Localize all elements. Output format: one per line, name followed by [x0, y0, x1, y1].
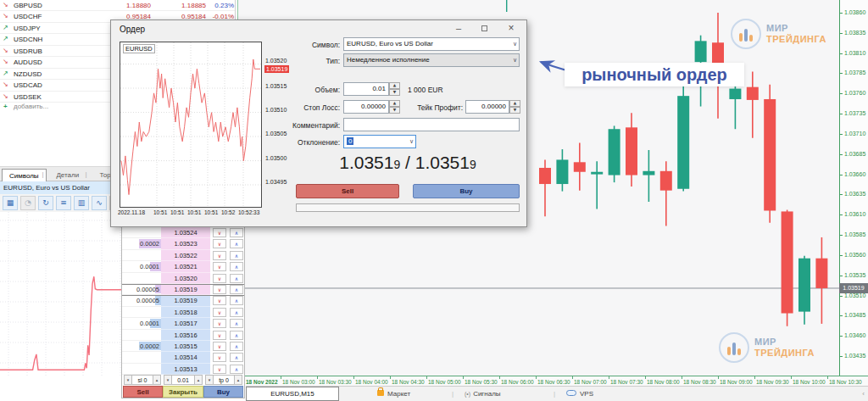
depth-of-market-icon[interactable]: ≡ — [56, 196, 71, 210]
list-item-symbol-gbpusd[interactable]: ↘GBPUSD1.188801.188850.23% — [0, 0, 235, 11]
volume-input[interactable]: 0.01 — [343, 82, 389, 96]
sell-at-price-icon[interactable]: ∨ — [213, 353, 226, 362]
sell-at-price-icon[interactable]: ∨ — [213, 308, 226, 317]
decrement-icon[interactable]: ▾ — [205, 375, 214, 385]
dom-row-1.03515[interactable]: 0.00021.03515∨∧ — [122, 341, 244, 352]
axis-tick — [499, 376, 500, 379]
buy-at-price-icon[interactable]: ∧ — [230, 228, 243, 237]
increment-icon[interactable]: ▲ — [389, 82, 400, 89]
tab-market[interactable]: Маркет — [377, 390, 410, 398]
sell-button[interactable]: Sell — [123, 386, 163, 398]
decrement-icon[interactable]: ▼ — [509, 107, 520, 114]
new-chart-icon[interactable]: ▥ — [74, 196, 89, 210]
tab-vps[interactable]: VPS — [566, 390, 593, 398]
dom-price-cell[interactable]: 1.03514 — [161, 352, 210, 363]
buy-at-price-icon[interactable]: ∧ — [230, 285, 243, 294]
volume-spinner[interactable]: ▲▼ — [389, 82, 400, 96]
close-icon[interactable]: × — [504, 23, 518, 35]
dom-price-cell[interactable]: 1.03519 — [161, 295, 210, 306]
dom-price-cell[interactable]: 1.03519 — [161, 284, 210, 295]
sell-at-price-icon[interactable]: ∨ — [213, 342, 226, 351]
dom-price-cell[interactable]: 1.03516 — [161, 330, 210, 341]
buy-at-price-icon[interactable]: ∧ — [230, 296, 243, 305]
buy-at-price-icon[interactable]: ∧ — [230, 353, 243, 362]
volume-stepper[interactable]: ▾ 0.01 ▴ — [164, 375, 203, 385]
buy-at-price-icon[interactable]: ∧ — [230, 239, 243, 248]
time-axis-label: 18 Nov 06:30 — [537, 379, 570, 385]
dom-price-cell[interactable]: 1.03517 — [161, 318, 210, 329]
sell-at-price-icon[interactable]: ∨ — [213, 319, 226, 328]
scroll-left-icon[interactable]: ‹ — [862, 390, 865, 398]
buy-at-price-icon[interactable]: ∧ — [230, 319, 243, 328]
decrement-icon[interactable]: ▾ — [164, 375, 172, 385]
price-scale-axis[interactable]: 1.038601.038351.038101.037851.037601.037… — [839, 0, 868, 376]
buy-button[interactable]: Buy — [203, 386, 243, 398]
take-profit-input[interactable]: 0.00000 — [465, 100, 509, 114]
order-type-select[interactable]: Немедленное исполнение ∨ — [343, 53, 520, 67]
dom-row-1.03519[interactable]: 0.000051.03519∨∧ — [122, 295, 244, 306]
dom-row-1.03516[interactable]: 1.03516∨∧ — [122, 330, 244, 341]
sell-at-price-icon[interactable]: ∨ — [213, 331, 226, 340]
dom-price-cell[interactable]: 1.03524 — [161, 227, 210, 238]
comment-input[interactable] — [343, 118, 520, 131]
decrement-icon[interactable]: ▾ — [124, 375, 132, 385]
take-profit-field[interactable]: tp 0 — [214, 375, 234, 385]
sell-at-price-icon[interactable]: ∨ — [213, 296, 226, 305]
buy-at-price-icon[interactable]: ∧ — [230, 308, 243, 317]
dom-row-1.03522[interactable]: 1.03522∨∧ — [122, 250, 244, 261]
dom-row-1.03521[interactable]: 0.00011.03521∨∧ — [122, 261, 244, 272]
dom-row-1.03524[interactable]: 1.03524∨∧ — [122, 227, 244, 238]
buy-at-price-icon[interactable]: ∧ — [230, 331, 243, 340]
buy-at-price-icon[interactable]: ∧ — [230, 342, 243, 351]
buy-at-price-icon[interactable]: ∧ — [230, 274, 243, 283]
dom-row-1.03523[interactable]: 0.00021.03523∨∧ — [122, 238, 244, 249]
stop-loss-field[interactable]: sl 0 — [132, 375, 153, 385]
increment-icon[interactable]: ▴ — [194, 375, 203, 385]
increment-icon[interactable]: ▲ — [509, 100, 520, 107]
buy-button[interactable]: Buy — [413, 184, 520, 198]
sell-at-price-icon[interactable]: ∨ — [213, 239, 226, 248]
take-profit-spinner[interactable]: ▲▼ — [509, 100, 520, 114]
dom-row-1.03513[interactable]: 1.03513∨∧ — [122, 364, 244, 375]
dom-price-cell[interactable]: 1.03518 — [161, 307, 210, 318]
increment-icon[interactable]: ▴ — [234, 375, 242, 385]
dom-row-1.03519[interactable]: 0.000051.03519∨∧ — [122, 284, 244, 295]
stop-loss-stepper[interactable]: ▾ sl 0 ▴ — [124, 375, 161, 385]
buy-at-price-icon[interactable]: ∧ — [230, 262, 243, 271]
volume-field[interactable]: 0.01 — [172, 375, 194, 385]
minimize-icon[interactable]: – — [452, 23, 465, 35]
deviation-select[interactable]: 0 ∨ — [343, 135, 416, 148]
dom-row-1.03517[interactable]: 0.00011.03517∨∧ — [122, 318, 244, 329]
maximize-icon[interactable] — [477, 23, 491, 35]
decrement-icon[interactable]: ▼ — [389, 89, 400, 96]
dom-row-1.03518[interactable]: 1.03518∨∧ — [122, 307, 244, 318]
close-button[interactable]: Закрыть — [163, 386, 203, 398]
sell-button[interactable]: Sell — [296, 184, 399, 198]
buy-at-price-icon[interactable]: ∧ — [230, 251, 243, 260]
chart-tab-eurusd-m15[interactable]: EURUSD,M15 — [246, 387, 339, 401]
sell-at-price-icon[interactable]: ∨ — [213, 285, 226, 294]
buy-at-price-icon[interactable]: ∧ — [230, 365, 243, 374]
dom-price-cell[interactable]: 1.03523 — [161, 238, 210, 249]
sell-at-price-icon[interactable]: ∨ — [213, 228, 226, 237]
dom-row-1.03520[interactable]: 1.03520∨∧ — [122, 273, 244, 284]
refresh-icon[interactable]: ↻ — [38, 196, 53, 210]
take-profit-stepper[interactable]: ▾ tp 0 ▴ — [205, 375, 242, 385]
quick-trade-icon[interactable]: ∿ — [92, 196, 107, 210]
new-order-icon[interactable]: ▦ — [3, 196, 18, 210]
sell-at-price-icon[interactable]: ∨ — [213, 251, 226, 260]
tab-детали[interactable]: Детали — [49, 169, 86, 182]
dom-price-cell[interactable]: 1.03521 — [161, 261, 210, 272]
tab-символы[interactable]: Символы — [2, 169, 47, 182]
dom-price-cell[interactable]: 1.03522 — [161, 250, 210, 261]
symbol-select[interactable]: EURUSD, Euro vs US Dollar ∨ — [343, 37, 520, 51]
dom-price-cell[interactable]: 1.03515 — [161, 341, 210, 352]
dom-price-cell[interactable]: 1.03513 — [161, 364, 210, 375]
sell-at-price-icon[interactable]: ∨ — [213, 365, 226, 374]
dom-row-1.03514[interactable]: 1.03514∨∧ — [122, 352, 244, 363]
dom-price-cell[interactable]: 1.03520 — [161, 273, 210, 284]
tab-signals[interactable]: (•)Сигналы — [465, 390, 501, 398]
sell-at-price-icon[interactable]: ∨ — [213, 262, 226, 271]
sell-at-price-icon[interactable]: ∨ — [213, 274, 226, 283]
increment-icon[interactable]: ▴ — [153, 375, 161, 385]
